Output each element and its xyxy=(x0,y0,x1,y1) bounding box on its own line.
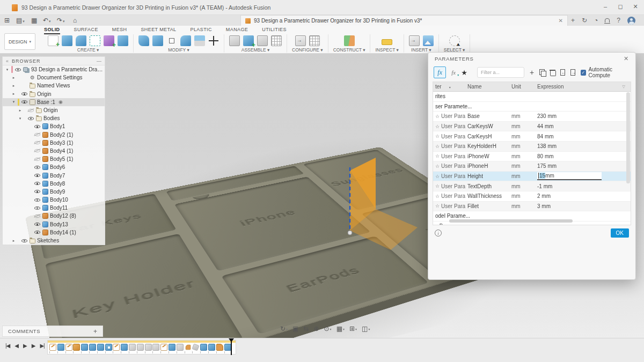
browser-tree-item[interactable]: ▸ Named Views xyxy=(3,82,105,90)
playback-button[interactable]: ▶| xyxy=(40,343,44,349)
ribbon-tab[interactable]: MANAGE xyxy=(226,27,248,34)
favorite-star-icon[interactable]: ☆ xyxy=(435,194,440,199)
favorite-star-icon[interactable]: ☆ xyxy=(435,124,440,129)
display-settings-icon[interactable]: ▦▾ xyxy=(336,325,345,333)
expander-icon[interactable]: ▸ xyxy=(11,239,16,243)
ribbon-tool-icon[interactable] xyxy=(138,35,149,46)
visibility-eye-icon[interactable] xyxy=(27,107,34,113)
parameter-expression-cell[interactable]: -1 mm xyxy=(535,183,631,189)
user-avatar[interactable] xyxy=(627,17,635,25)
visibility-eye-icon[interactable] xyxy=(21,91,28,97)
parameter-name-cell[interactable]: CarKeysH xyxy=(465,134,509,139)
parameter-row[interactable]: ☆User Para... CarKeysH mm 84 mm xyxy=(433,131,631,142)
chevron-down-icon[interactable]: ▾ xyxy=(330,327,332,331)
timeline-feature-icon[interactable] xyxy=(57,344,64,351)
ribbon-tool-icon[interactable] xyxy=(62,35,72,46)
ribbon-tab[interactable]: MESH xyxy=(112,27,127,34)
parameter-group-row[interactable]: rites xyxy=(433,92,631,102)
ribbon-tool-icon[interactable] xyxy=(166,35,177,46)
parameter-name-cell[interactable]: WallThickness xyxy=(465,193,509,199)
fx-derived-button[interactable]: fx xyxy=(451,69,456,76)
vertical-scrollbar[interactable] xyxy=(626,92,630,183)
playback-button[interactable]: |◀ xyxy=(5,343,10,349)
expression-edit-field[interactable]: 15 mm xyxy=(537,172,602,180)
visibility-eye-icon[interactable] xyxy=(34,164,41,170)
favorite-star-icon[interactable]: ☆ xyxy=(435,114,440,119)
home-icon[interactable]: ⌂ xyxy=(73,16,77,25)
browser-collapse-icon[interactable]: « xyxy=(6,58,9,64)
timeline-feature-icon[interactable] xyxy=(105,344,112,351)
document-tab[interactable]: 93 Design a Parametric Drawer Organizer … xyxy=(240,15,568,26)
timeline-feature-icon[interactable] xyxy=(137,344,144,351)
chevron-down-icon[interactable]: ▾ xyxy=(368,327,370,331)
horizontal-scrollbar[interactable] xyxy=(449,219,573,223)
timeline-feature-icon[interactable] xyxy=(169,344,175,351)
timeline-feature-icon[interactable] xyxy=(185,345,190,350)
refresh-icon[interactable]: ↻ xyxy=(582,17,587,24)
expander-icon[interactable]: ▸ xyxy=(11,76,16,80)
parameter-name-cell[interactable]: CarKeysW xyxy=(465,123,509,129)
browser-tree-item[interactable]: Body7 xyxy=(3,171,105,179)
visibility-eye-icon[interactable] xyxy=(34,148,41,154)
timeline-feature-icon[interactable] xyxy=(49,344,56,351)
copy-icon[interactable] xyxy=(539,69,545,76)
expander-icon[interactable]: ▾ xyxy=(18,116,23,121)
ribbon-tool-icon[interactable] xyxy=(449,35,460,46)
checkbox-checked-icon[interactable]: ✓ xyxy=(581,70,586,76)
new-tab-button[interactable]: + xyxy=(571,17,575,24)
look-at-icon[interactable]: ▣ xyxy=(292,325,298,333)
favorite-star-icon[interactable]: ☆ xyxy=(435,164,440,169)
expander-icon[interactable]: ▾ xyxy=(5,68,10,72)
parameter-row[interactable]: ☆User Para... Base mm 230 mm xyxy=(433,112,631,122)
timeline-feature-icon[interactable] xyxy=(224,344,231,351)
ribbon-tool-icon[interactable] xyxy=(382,39,392,45)
parameter-group-row[interactable]: ser Paramete... xyxy=(433,102,631,112)
redo-icon[interactable]: ↷▾ xyxy=(57,16,65,25)
browser-tree-item[interactable]: ▾ 93 Design a Parametric Drawer Orga... xyxy=(3,65,105,73)
visibility-eye-icon[interactable] xyxy=(34,230,41,235)
visibility-eye-icon[interactable] xyxy=(34,197,41,203)
maximize-button[interactable]: ◻ xyxy=(613,3,628,12)
ribbon-tool-icon[interactable] xyxy=(229,35,240,46)
ribbon-tool-icon[interactable] xyxy=(208,35,219,46)
visibility-eye-icon[interactable] xyxy=(21,99,28,105)
data-panel-icon[interactable]: ⊞ xyxy=(4,16,10,25)
column-expression[interactable]: Expression xyxy=(535,84,623,90)
ribbon-tool-icon[interactable] xyxy=(409,35,420,46)
parameter-row[interactable]: ☆User Para... TextDepth mm -1 mm xyxy=(433,181,631,191)
timeline-feature-icon[interactable] xyxy=(113,344,120,351)
ribbon-tool-icon[interactable] xyxy=(423,35,434,46)
timeline-feature-icon[interactable] xyxy=(121,344,128,351)
orbit-icon[interactable]: ↻▾ xyxy=(280,325,288,333)
undo-icon[interactable]: ↶▾ xyxy=(43,16,51,25)
ribbon-tool-icon[interactable] xyxy=(104,35,114,46)
parameter-expression-cell[interactable]: 175 mm xyxy=(535,163,631,169)
grid-settings-icon[interactable]: ⊞▾ xyxy=(349,325,357,333)
parameter-name-cell[interactable]: TextDepth xyxy=(465,183,509,189)
browser-tree-item[interactable]: Body1 xyxy=(3,122,105,130)
column-filter-icon[interactable]: ▽ xyxy=(623,85,625,89)
ribbon-tool-icon[interactable] xyxy=(90,35,100,46)
parameter-name-cell[interactable]: iPhoneH xyxy=(465,163,509,169)
sort-arrow-icon[interactable]: ▾ xyxy=(449,86,451,89)
add-parameter-icon[interactable]: + xyxy=(530,68,534,77)
ribbon-group-label[interactable]: INSPECT ▾ xyxy=(375,47,398,53)
timeline-feature-icon[interactable] xyxy=(129,344,136,351)
column-unit[interactable]: Unit xyxy=(509,84,535,90)
parameter-expression-cell[interactable]: 15 mm xyxy=(535,172,631,180)
playback-button[interactable]: ◀ xyxy=(14,343,18,349)
ribbon-tab[interactable]: PLASTIC xyxy=(191,27,212,34)
browser-tree-item[interactable]: Body10 xyxy=(3,196,105,204)
browser-tree-item[interactable]: Body8 xyxy=(3,180,105,188)
visibility-eye-icon[interactable] xyxy=(34,140,41,146)
ribbon-tool-icon[interactable] xyxy=(243,35,254,46)
timeline-feature-icon[interactable] xyxy=(145,344,152,351)
browser-tree-item[interactable]: Body14 (1) xyxy=(3,228,105,237)
workspace-selector[interactable]: DESIGN▾ xyxy=(4,33,35,50)
favorite-star-icon[interactable]: ☆ xyxy=(435,134,440,139)
ribbon-tab[interactable]: SOLID xyxy=(44,27,60,34)
parameter-name-cell[interactable]: iPhoneW xyxy=(465,153,509,159)
expander-icon[interactable]: ▸ xyxy=(11,84,16,88)
ribbon-group-label[interactable]: INSERT ▾ xyxy=(411,47,431,53)
expander-icon[interactable]: ▸ xyxy=(11,92,16,96)
